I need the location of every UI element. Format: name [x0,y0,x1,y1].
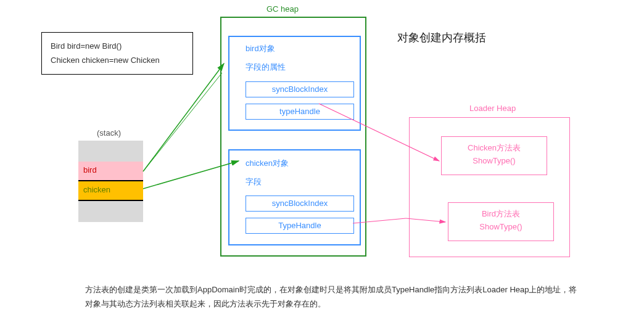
code-line-1: Bird bird=new Bird() [51,39,184,53]
stack-var-bird: bird [78,162,143,180]
bird-object-box: bird对象 字段的属性 syncBlockIndex typeHandle [228,36,361,131]
chicken-mt-line1: Chicken方法表 [442,142,547,155]
arrow-bird-to-obj-aux [143,73,222,171]
arrow-bird-to-obj [143,64,224,171]
stack-var-chicken: chicken [78,180,143,201]
chicken-typehandle: TypeHandle [246,218,354,234]
chicken-mt-line2: ShowType() [442,155,547,168]
loader-heap-title: Loader Heap [469,104,516,113]
footer-text: 方法表的创建是类第一次加载到AppDomain时完成的，在对象创建时只是将其附加… [85,282,585,311]
stack: bird chicken [78,141,143,222]
bird-mt-line1: Bird方法表 [448,208,553,221]
bird-syncblockindex: syncBlockIndex [246,81,354,97]
code-box: Bird bird=new Bird() Chicken chicken=new… [41,32,193,75]
stack-label: (stack) [97,128,121,138]
gc-heap: bird对象 字段的属性 syncBlockIndex typeHandle c… [220,17,366,257]
bird-fields-label: 字段的属性 [246,62,286,73]
chicken-syncblockindex: syncBlockIndex [246,196,354,212]
loader-heap: Chicken方法表 ShowType() Bird方法表 ShowType() [409,117,570,257]
chicken-object-box: chicken对象 字段 syncBlockIndex TypeHandle [228,149,361,245]
bird-object-label: bird对象 [246,43,275,54]
chicken-object-label: chicken对象 [246,158,289,169]
bird-method-table: Bird方法表 ShowType() [448,202,554,241]
gc-heap-title: GC heap [266,4,299,14]
stack-pad-bottom [78,201,143,222]
page-title: 对象创建内存概括 [397,30,486,45]
chicken-method-table: Chicken方法表 ShowType() [441,136,547,175]
bird-mt-line2: ShowType() [448,221,553,234]
stack-pad-top [78,141,143,162]
chicken-fields-label: 字段 [246,176,262,187]
bird-typehandle: typeHandle [246,104,354,120]
code-line-2: Chicken chicken=new Chicken [51,53,184,67]
